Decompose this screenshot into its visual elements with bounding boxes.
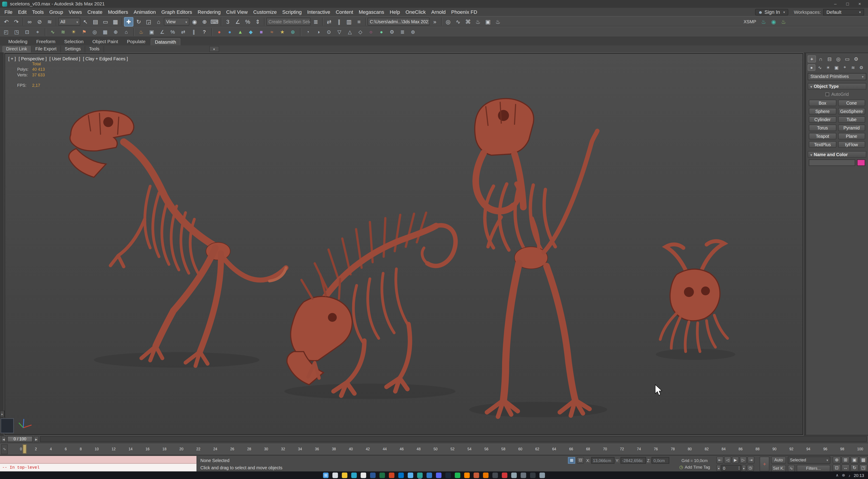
star-tool-icon[interactable]: ★ <box>278 28 287 36</box>
object-type-cone[interactable]: Cone <box>838 100 865 106</box>
ribbon-panel-settings[interactable]: Settings <box>61 45 85 52</box>
select-and-manipulate-icon[interactable]: ⊕ <box>200 17 209 26</box>
ribbon-panel-file-export[interactable]: File Export <box>31 45 61 52</box>
menu-item-tools[interactable]: Tools <box>29 8 46 16</box>
tyflow-icon[interactable]: ■ <box>257 28 266 36</box>
contrast-tool-icon[interactable]: ◑ <box>314 28 323 36</box>
key-filters-button[interactable]: Filters... <box>797 465 830 472</box>
menu-item-content[interactable]: Content <box>333 8 356 16</box>
plugin-render-icon[interactable]: ♨ <box>779 17 788 26</box>
ribbon-minimize-button[interactable] <box>209 46 219 52</box>
redo-icon[interactable]: ↷ <box>11 17 21 26</box>
pivot-tool-icon[interactable]: ⊕ <box>111 28 120 36</box>
photos-icon[interactable] <box>408 473 413 478</box>
menu-item-scripting[interactable]: Scripting <box>280 8 305 16</box>
menu-item-phoenix-fd[interactable]: Phoenix FD <box>448 8 480 16</box>
menu-item-graph-editors[interactable]: Graph Editors <box>159 8 195 16</box>
zoom-extents-icon[interactable]: ▣ <box>850 456 859 464</box>
menu-item-arnold[interactable]: Arnold <box>429 8 448 16</box>
toggle-scene-explorer-icon[interactable]: ▥ <box>344 17 354 26</box>
network-icon[interactable] <box>842 473 845 478</box>
curve-tool-icon[interactable]: ∿ <box>48 28 57 36</box>
play-button[interactable]: ▶ <box>732 456 739 464</box>
align-tool-icon[interactable]: ∥ <box>189 28 198 36</box>
menu-item-modifiers[interactable]: Modifiers <box>105 8 131 16</box>
edge-icon[interactable] <box>351 473 357 478</box>
object-type-box[interactable]: Box <box>809 100 836 106</box>
vlc-icon[interactable] <box>464 473 469 478</box>
word-icon[interactable] <box>370 473 375 478</box>
down-triangle-icon[interactable]: ▽ <box>335 28 344 36</box>
search-button[interactable] <box>333 473 338 478</box>
object-type-pyramid[interactable]: Pyramid <box>838 125 865 131</box>
viewport-pov-menu[interactable]: [ Perspective ] <box>19 57 46 61</box>
shapes-category-icon[interactable]: ∿ <box>816 64 824 71</box>
mirror-tool-icon[interactable]: ⇄ <box>179 28 188 36</box>
undo-icon[interactable]: ↶ <box>2 17 11 26</box>
key-tangent-button[interactable] <box>788 465 795 472</box>
pan-icon[interactable]: ↔ <box>841 464 850 472</box>
target-tool-icon[interactable]: ◎ <box>90 28 99 36</box>
red-sphere-icon[interactable]: ● <box>215 28 223 36</box>
go-to-start-button[interactable]: ⇤ <box>716 456 723 464</box>
keying-selection-dropdown[interactable]: Selected <box>788 456 831 464</box>
object-type-torus[interactable]: Torus <box>809 125 836 131</box>
object-type-geosphere[interactable]: GeoSphere <box>838 108 865 115</box>
lights-category-icon[interactable]: ☀ <box>825 64 832 71</box>
object-type-sphere[interactable]: Sphere <box>809 108 836 115</box>
plugin-teapot-icon[interactable]: ♨ <box>759 17 769 26</box>
unreal-icon[interactable] <box>492 473 498 478</box>
ribbon-tab-selection[interactable]: Selection <box>60 38 88 45</box>
previous-frame-button[interactable]: ◁ <box>724 456 731 464</box>
ring-icon[interactable]: ⊚ <box>408 28 417 36</box>
calculator-icon[interactable] <box>521 473 526 478</box>
3dsmax-icon[interactable] <box>417 473 423 478</box>
select-and-move-icon[interactable]: ✚ <box>124 17 133 26</box>
select-and-place-icon[interactable]: ⌂ <box>154 17 163 26</box>
zbrush-icon[interactable] <box>473 473 479 478</box>
select-and-rotate-icon[interactable]: ↻ <box>134 17 144 26</box>
zoom-icon[interactable]: ⊕ <box>833 456 841 464</box>
object-type-textplus[interactable]: TextPlus <box>809 141 836 148</box>
minimize-button[interactable] <box>829 0 842 8</box>
layout-icon[interactable]: ◳ <box>12 28 21 36</box>
y-coordinate-field[interactable]: -2842,656c <box>620 457 646 464</box>
use-pivot-center-icon[interactable]: ◉ <box>190 17 199 26</box>
viewport-layout-tab[interactable] <box>0 418 14 433</box>
up-triangle-icon[interactable]: △ <box>345 28 354 36</box>
home-tool-icon[interactable]: ⌂ <box>122 28 131 36</box>
spinner-snap-icon[interactable]: ⇕ <box>253 17 262 26</box>
menu-item-animation[interactable]: Animation <box>131 8 159 16</box>
align-icon[interactable]: ∥ <box>334 17 344 26</box>
taskbar-clock[interactable]: 20:13 <box>854 473 864 478</box>
ribbon-panel-direct-link[interactable]: Direct Link <box>2 45 31 52</box>
display-tab-icon[interactable]: ▭ <box>843 55 851 63</box>
object-type-rollout-header[interactable]: Object Type <box>808 83 866 90</box>
current-frame-field[interactable]: 0 <box>721 465 741 471</box>
time-slider-previous-arrow[interactable] <box>1 436 6 442</box>
blender-icon[interactable] <box>483 473 489 478</box>
viewport-view-menu[interactable]: [ User Defined ] <box>50 57 80 61</box>
select-and-scale-icon[interactable]: ◲ <box>144 17 153 26</box>
spiral-tool-icon[interactable]: ⊛ <box>288 28 297 36</box>
select-and-link-icon[interactable]: ∞ <box>25 17 34 26</box>
object-type-cylinder[interactable]: Cylinder <box>809 116 836 123</box>
orbit-icon[interactable]: ↻ <box>850 464 859 472</box>
volume-icon[interactable] <box>848 473 850 477</box>
green-triangle-icon[interactable]: ▲ <box>236 28 245 36</box>
settings-icon[interactable] <box>539 473 545 478</box>
reference-coordinate-dropdown[interactable]: View <box>164 18 189 25</box>
excel-icon[interactable] <box>379 473 385 478</box>
ribbon-tab-freeform[interactable]: Freeform <box>32 38 59 45</box>
object-type-teapot[interactable]: Teapot <box>809 133 836 139</box>
time-slider-next-arrow[interactable] <box>34 436 39 442</box>
viewport-shading-menu[interactable]: [ Clay + Edged Faces ] <box>83 57 128 61</box>
maximize-button[interactable] <box>841 0 854 8</box>
transform-typein-toggle[interactable] <box>577 457 584 464</box>
photoshop-icon[interactable] <box>427 473 432 478</box>
light-tool-icon[interactable]: ☀ <box>69 28 78 36</box>
bind-to-space-warp-icon[interactable]: ≋ <box>45 17 54 26</box>
menu-item-interactive[interactable]: Interactive <box>305 8 333 16</box>
start-button[interactable]: ⊞ <box>323 473 329 478</box>
measure-icon[interactable]: ⌖ <box>33 28 42 36</box>
